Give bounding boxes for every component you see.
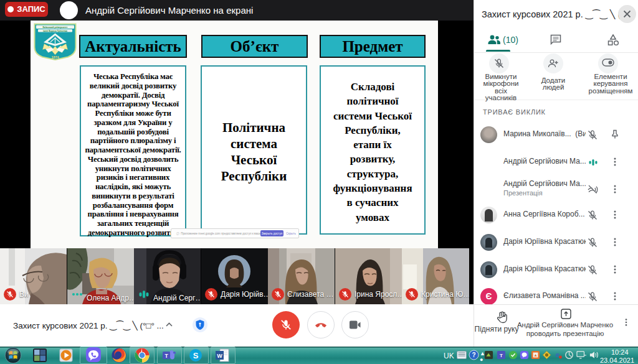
svg-text:T: T — [500, 353, 503, 358]
svg-text:імені Бориса Грінченка: імені Бориса Грінченка — [43, 30, 67, 32]
svg-text:T: T — [164, 353, 168, 359]
svg-text:Київський університет: Київський університет — [42, 26, 67, 29]
svg-text:Закрыть доступ: Закрыть доступ — [262, 232, 283, 235]
svg-text:Скрыть: Скрыть — [286, 232, 296, 235]
svg-text:W: W — [217, 353, 222, 359]
svg-text:?: ? — [472, 352, 475, 358]
svg-text:1874: 1874 — [51, 55, 59, 59]
svg-text:ⓘ Приложение meet.google.com: ⓘ Приложение meet.google.com предоставля… — [176, 232, 275, 235]
svg-text:S: S — [193, 351, 199, 360]
